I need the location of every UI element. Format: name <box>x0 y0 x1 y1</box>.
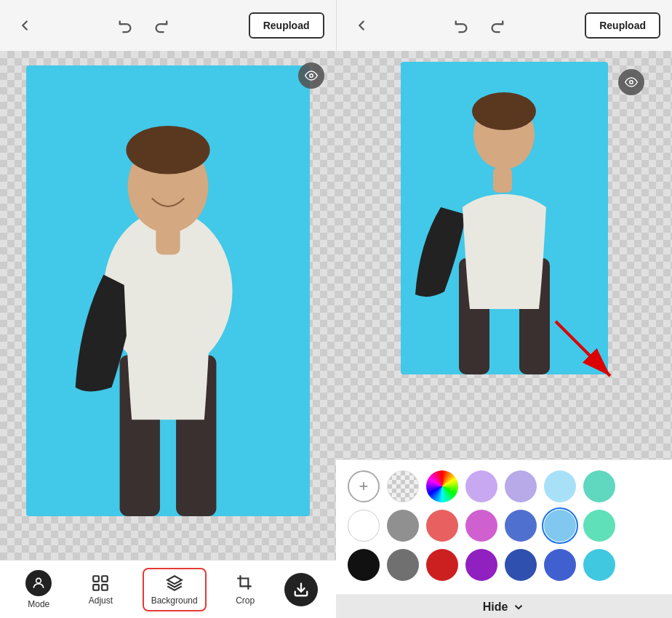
swatch-gray[interactable] <box>387 510 419 542</box>
right-redo-button[interactable] <box>484 12 510 39</box>
mode-icon <box>31 576 46 590</box>
svg-point-2 <box>126 126 209 174</box>
left-editor-area <box>0 51 336 560</box>
color-row-1: + <box>348 470 660 502</box>
left-redo-button[interactable] <box>148 12 174 39</box>
swatch-teal[interactable] <box>583 470 615 502</box>
bottom-toolbar: Mode Adjust Background <box>0 560 336 618</box>
swatch-white[interactable] <box>348 510 380 542</box>
left-image-container <box>15 65 321 560</box>
swatch-mid-gray[interactable] <box>387 549 419 581</box>
left-back-button[interactable] <box>12 12 38 39</box>
left-undo-button[interactable] <box>113 12 139 39</box>
left-history-group <box>113 12 174 39</box>
right-editor-area <box>336 51 672 460</box>
swatch-red[interactable] <box>426 549 458 581</box>
tool-adjust[interactable]: Adjust <box>81 569 120 610</box>
mode-label: Mode <box>28 599 49 609</box>
swatch-salmon[interactable] <box>426 510 458 542</box>
background-icon <box>165 574 184 593</box>
right-history-group <box>449 12 510 39</box>
svg-point-15 <box>472 92 536 130</box>
tool-background[interactable]: Background <box>143 568 207 611</box>
svg-point-7 <box>36 578 41 583</box>
right-back-button[interactable] <box>348 12 375 39</box>
top-bars: Reupload Reupload <box>0 0 672 51</box>
left-nav-group <box>12 12 38 39</box>
tool-mode[interactable]: Mode <box>18 566 59 614</box>
left-person-illustration <box>26 65 310 516</box>
swatch-transparent[interactable] <box>387 470 419 502</box>
swatch-dark-blue[interactable] <box>505 549 537 581</box>
swatch-purple[interactable] <box>465 549 497 581</box>
download-icon <box>293 582 309 598</box>
swatch-rainbow[interactable] <box>426 470 458 502</box>
svg-rect-9 <box>103 576 108 582</box>
swatch-blue[interactable] <box>505 510 537 542</box>
swatch-mint[interactable] <box>583 510 615 542</box>
svg-point-6 <box>310 74 313 78</box>
swatch-black[interactable] <box>348 549 380 581</box>
adjust-icon <box>91 574 110 593</box>
svg-rect-11 <box>103 585 108 590</box>
download-button[interactable] <box>284 573 318 606</box>
svg-point-19 <box>629 81 633 84</box>
right-photo-wrapper <box>401 62 608 374</box>
right-top-bar: Reupload <box>336 0 673 51</box>
right-nav-group <box>348 12 375 39</box>
svg-rect-10 <box>94 585 100 590</box>
color-row-2 <box>348 510 660 542</box>
right-photo <box>401 62 608 374</box>
hide-row: Hide <box>336 594 672 618</box>
left-visibility-button[interactable] <box>298 63 324 89</box>
crop-label: Crop <box>236 595 255 606</box>
swatch-royal-blue[interactable] <box>544 549 576 581</box>
color-panel: + <box>336 460 672 594</box>
swatch-light-cyan[interactable] <box>544 470 576 502</box>
background-label: Background <box>151 595 198 606</box>
tool-crop[interactable]: Crop <box>228 569 262 610</box>
right-person-illustration <box>401 62 608 374</box>
crop-icon <box>236 574 255 593</box>
swatch-light-blue-purple[interactable] <box>505 470 537 502</box>
left-photo <box>26 65 310 516</box>
left-top-bar: Reupload <box>0 0 336 51</box>
swatch-lavender[interactable] <box>465 470 497 502</box>
right-eye-icon <box>625 76 638 89</box>
mode-icon-bg <box>25 570 52 596</box>
swatch-violet[interactable] <box>465 510 497 542</box>
svg-rect-8 <box>94 576 100 582</box>
hide-label: Hide <box>483 601 508 614</box>
right-reupload-button[interactable]: Reupload <box>585 12 660 39</box>
left-panel: Mode Adjust Background <box>0 51 336 618</box>
left-reupload-button[interactable]: Reupload <box>249 12 324 39</box>
adjust-label: Adjust <box>89 595 113 606</box>
color-row-3 <box>348 549 660 581</box>
hide-button[interactable]: Hide <box>483 601 526 614</box>
right-visibility-button[interactable] <box>618 69 644 95</box>
add-color-button[interactable]: + <box>348 470 380 502</box>
right-panel: + <box>336 51 672 618</box>
chevron-down-icon <box>512 601 525 614</box>
swatch-light-blue-selected[interactable] <box>544 510 576 542</box>
swatch-cyan[interactable] <box>583 549 615 581</box>
svg-rect-18 <box>493 167 512 193</box>
svg-rect-5 <box>156 222 180 254</box>
main-content: Mode Adjust Background <box>0 51 672 618</box>
right-undo-button[interactable] <box>449 12 475 39</box>
